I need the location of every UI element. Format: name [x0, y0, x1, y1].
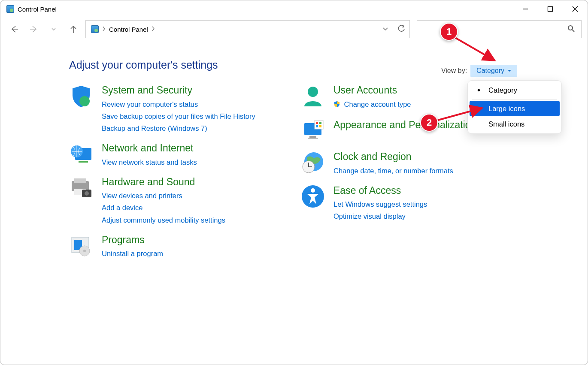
- clock-globe-icon: [301, 151, 325, 175]
- uac-shield-icon: [333, 99, 340, 111]
- category-hardware-sound: Hardware and Sound View devices and prin…: [69, 176, 275, 226]
- link-backup-restore[interactable]: Backup and Restore (Windows 7): [102, 122, 207, 134]
- svg-point-9: [79, 96, 90, 106]
- svg-point-22: [308, 87, 318, 97]
- category-title[interactable]: System and Security: [102, 84, 255, 97]
- svg-rect-30: [319, 125, 321, 127]
- address-bar[interactable]: Control Panel: [85, 20, 410, 38]
- category-clock-region: Clock and Region Change date, time, or n…: [301, 151, 524, 177]
- control-panel-icon: [6, 5, 14, 13]
- window-controls: [513, 0, 588, 18]
- annotation-arrow-2: [434, 104, 485, 124]
- breadcrumb-control-panel[interactable]: Control Panel: [109, 26, 148, 33]
- minimize-button[interactable]: [513, 0, 538, 18]
- svg-point-36: [311, 188, 315, 193]
- recent-locations-button[interactable]: [48, 23, 60, 35]
- link-suggest-settings[interactable]: Let Windows suggest settings: [333, 198, 427, 210]
- svg-rect-1: [548, 7, 553, 12]
- chevron-right-icon: [102, 26, 106, 33]
- category-network-internet: Network and Internet View network status…: [69, 142, 275, 168]
- svg-rect-14: [74, 178, 86, 183]
- svg-line-38: [436, 109, 480, 121]
- annotation-badge-2: 2: [420, 114, 438, 132]
- svg-line-8: [572, 30, 574, 32]
- category-title[interactable]: Clock and Region: [333, 151, 453, 163]
- address-dropdown-button[interactable]: [382, 25, 389, 33]
- svg-rect-28: [319, 122, 321, 124]
- link-optimize-display[interactable]: Optimize visual display: [333, 210, 406, 222]
- svg-point-7: [568, 26, 573, 30]
- svg-rect-11: [79, 161, 88, 163]
- svg-rect-24: [309, 136, 316, 138]
- close-button[interactable]: [563, 0, 588, 18]
- category-column-left: System and Security Review your computer…: [69, 84, 275, 267]
- back-button[interactable]: [8, 23, 20, 35]
- category-title[interactable]: Programs: [102, 234, 163, 246]
- accessibility-icon: [301, 184, 325, 208]
- refresh-button[interactable]: [397, 25, 405, 34]
- forward-button[interactable]: [28, 23, 40, 35]
- link-network-status[interactable]: View network status and tasks: [102, 156, 197, 168]
- svg-rect-27: [316, 122, 318, 124]
- shield-icon: [69, 84, 93, 108]
- category-programs: Programs Uninstall a program: [69, 234, 275, 260]
- link-add-device[interactable]: Add a device: [102, 202, 142, 214]
- link-change-date-time[interactable]: Change date, time, or number formats: [333, 165, 453, 177]
- link-uninstall-program[interactable]: Uninstall a program: [102, 247, 163, 259]
- titlebar: Control Panel: [0, 0, 588, 18]
- toolbar: Control Panel: [0, 18, 588, 41]
- annotation-arrow-1: [452, 35, 499, 66]
- category-title[interactable]: Network and Internet: [102, 142, 197, 154]
- control-panel-window: Control Panel: [0, 0, 588, 365]
- menu-separator: [472, 99, 557, 100]
- category-ease-of-access: Ease of Access Let Windows suggest setti…: [301, 184, 524, 223]
- programs-icon: [69, 234, 93, 258]
- category-system-security: System and Security Review your computer…: [69, 84, 275, 134]
- link-file-history[interactable]: Save backup copies of your files with Fi…: [102, 110, 255, 122]
- up-button[interactable]: [67, 23, 79, 35]
- link-review-status[interactable]: Review your computer's status: [102, 98, 198, 110]
- search-icon: [567, 25, 575, 34]
- address-bar-icon: [91, 25, 99, 33]
- svg-point-21: [83, 250, 86, 252]
- user-icon: [301, 84, 325, 108]
- svg-point-17: [85, 191, 89, 196]
- svg-rect-25: [308, 138, 318, 139]
- printer-camera-icon: [69, 176, 93, 200]
- category-title[interactable]: Ease of Access: [333, 184, 427, 197]
- link-change-account-type[interactable]: Change account type: [333, 98, 411, 111]
- annotation-badge-1: 1: [440, 23, 458, 41]
- maximize-button[interactable]: [538, 0, 563, 18]
- appearance-icon: [301, 119, 325, 143]
- svg-rect-29: [316, 125, 318, 127]
- chevron-right-icon: [152, 26, 155, 33]
- content-area: Adjust your computer's settings System a…: [0, 41, 588, 267]
- link-mobility-settings[interactable]: Adjust commonly used mobility settings: [102, 214, 225, 226]
- window-title: Control Panel: [18, 6, 57, 13]
- menu-item-category[interactable]: Category: [470, 82, 560, 98]
- link-devices-printers[interactable]: View devices and printers: [102, 190, 182, 202]
- svg-line-37: [455, 37, 493, 60]
- globe-monitor-icon: [69, 142, 93, 166]
- category-title[interactable]: User Accounts: [333, 84, 411, 97]
- category-title[interactable]: Hardware and Sound: [102, 176, 225, 188]
